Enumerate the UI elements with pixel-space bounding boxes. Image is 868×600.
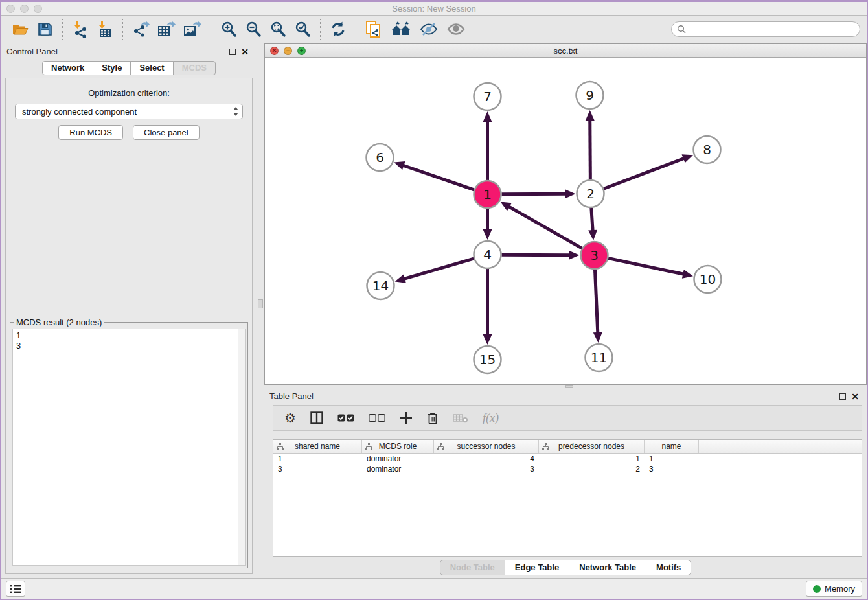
table-cell[interactable]: 1: [273, 454, 362, 463]
edge-arrowhead-icon: [682, 270, 693, 279]
refresh-network-icon[interactable]: [326, 19, 350, 39]
edge-2-3[interactable]: [591, 208, 593, 232]
zoom-in-icon[interactable]: [216, 19, 241, 39]
memory-button[interactable]: Memory: [806, 581, 862, 597]
column-header-predecessor-nodes[interactable]: predecessor nodes: [539, 440, 645, 453]
edge-1-6[interactable]: [402, 165, 474, 190]
window-title: Session: New Session: [1, 4, 867, 14]
function-builder-icon[interactable]: f(x): [475, 406, 506, 430]
edge-2-9[interactable]: [590, 119, 591, 179]
column-header-name[interactable]: name: [645, 440, 699, 453]
duplicate-network-icon[interactable]: [361, 19, 387, 40]
edge-2-8[interactable]: [604, 158, 685, 189]
edge-arrowhead-icon: [569, 251, 579, 260]
mcds-result-list[interactable]: 13: [12, 329, 246, 566]
edge-arrowhead-icon: [565, 189, 575, 198]
control-panel: Control Panel ✕ NetworkStyleSelectMCDS O…: [1, 43, 257, 578]
panel-splitter-vertical[interactable]: [257, 43, 264, 578]
show-panels-icon[interactable]: [442, 20, 470, 38]
table-cell[interactable]: 3: [434, 465, 539, 474]
open-session-icon[interactable]: [8, 20, 33, 38]
table-cell[interactable]: 3: [645, 465, 699, 474]
network-graph: 7968124314101511: [265, 58, 866, 384]
table-panel-float-icon[interactable]: [837, 393, 849, 400]
table-toolbar: ⚙: [273, 405, 862, 431]
table-cell[interactable]: 1: [645, 454, 699, 463]
edge-arrowhead-icon: [483, 229, 492, 240]
delete-column-icon[interactable]: [420, 406, 446, 430]
search-icon: [677, 25, 686, 34]
column-label: predecessor nodes: [558, 442, 624, 451]
select-all-icon[interactable]: [330, 406, 361, 430]
edge-4-14[interactable]: [403, 259, 474, 279]
edge-4-3[interactable]: [501, 255, 571, 255]
task-list-icon: [10, 584, 21, 594]
result-scrollbar[interactable]: [238, 329, 245, 565]
panel-splitter-horizontal[interactable]: [264, 385, 867, 388]
table-row[interactable]: 3dominator323: [273, 464, 862, 474]
graph-node-label: 4: [483, 247, 492, 262]
tab-mcds[interactable]: MCDS: [173, 61, 216, 75]
import-table-icon[interactable]: [93, 19, 117, 39]
zoom-out-icon[interactable]: [241, 19, 266, 39]
network-window-close-icon[interactable]: ✕: [270, 47, 279, 55]
deselect-all-icon[interactable]: [361, 406, 393, 430]
table-panel-close-icon[interactable]: ✕: [849, 391, 862, 402]
task-history-button[interactable]: [6, 581, 25, 597]
edge-1-2[interactable]: [501, 194, 567, 194]
network-window-minimize-icon[interactable]: −: [284, 47, 292, 55]
graph-node-label: 8: [703, 142, 711, 157]
table-row[interactable]: 1dominator411: [273, 454, 862, 464]
zoom-fit-icon[interactable]: [266, 19, 290, 39]
column-layout-icon[interactable]: [303, 406, 330, 430]
window-titlebar: Session: New Session: [1, 2, 867, 16]
add-column-icon[interactable]: [393, 406, 420, 430]
edge-3-10[interactable]: [608, 259, 685, 275]
save-session-icon[interactable]: [33, 20, 57, 38]
search-field[interactable]: [671, 21, 860, 37]
network-window-maximize-icon[interactable]: +: [297, 47, 306, 55]
control-panel-close-icon[interactable]: ✕: [238, 47, 251, 57]
edge-3-11[interactable]: [595, 270, 597, 334]
tab-network[interactable]: Network: [42, 61, 93, 75]
settings-gear-icon[interactable]: ⚙: [277, 406, 303, 430]
run-mcds-button[interactable]: Run MCDS: [58, 125, 123, 140]
column-header-shared-name[interactable]: shared name: [273, 440, 362, 453]
column-header-mcds-role[interactable]: MCDS role: [362, 440, 434, 453]
edge-arrowhead-icon: [593, 332, 602, 343]
export-image-icon[interactable]: [179, 19, 205, 39]
splitter-handle[interactable]: [565, 385, 573, 388]
tab-select[interactable]: Select: [130, 61, 173, 75]
export-table-icon[interactable]: [154, 19, 179, 39]
toolbar-divider: [356, 19, 356, 40]
graph-node-label: 1: [483, 187, 492, 202]
zoom-selected-icon[interactable]: [290, 19, 315, 39]
table-cell[interactable]: 1: [539, 454, 645, 463]
memory-status-icon: [813, 585, 821, 593]
table-cell[interactable]: dominator: [362, 454, 434, 463]
splitter-handle[interactable]: [258, 299, 263, 308]
export-network-icon[interactable]: [128, 19, 154, 39]
hide-panels-icon[interactable]: [415, 20, 442, 38]
home-icon[interactable]: [387, 20, 415, 38]
table-cell[interactable]: 4: [434, 454, 539, 463]
criterion-select[interactable]: strongly connected component: [15, 104, 243, 119]
tab-node-table[interactable]: Node Table: [440, 560, 505, 575]
table-cell[interactable]: dominator: [362, 465, 434, 474]
close-panel-button[interactable]: Close panel: [133, 125, 200, 140]
search-input[interactable]: [689, 25, 854, 34]
table-cell[interactable]: 2: [539, 465, 645, 474]
network-canvas[interactable]: 7968124314101511: [265, 58, 866, 384]
control-panel-float-icon[interactable]: [227, 49, 238, 55]
mcds-result-group: MCDS result (2 nodes) 13: [10, 322, 248, 568]
edge-arrowhead-icon: [586, 110, 595, 121]
tab-edge-table[interactable]: Edge Table: [505, 560, 569, 575]
column-header-successor-nodes[interactable]: successor nodes: [434, 440, 539, 453]
table-cell[interactable]: 3: [273, 465, 362, 474]
delete-table-icon[interactable]: [446, 406, 475, 430]
tab-style[interactable]: Style: [93, 61, 131, 75]
tab-motifs[interactable]: Motifs: [646, 560, 691, 575]
tab-network-table[interactable]: Network Table: [569, 560, 646, 575]
edge-3-1[interactable]: [508, 206, 582, 248]
import-network-icon[interactable]: [68, 19, 93, 39]
